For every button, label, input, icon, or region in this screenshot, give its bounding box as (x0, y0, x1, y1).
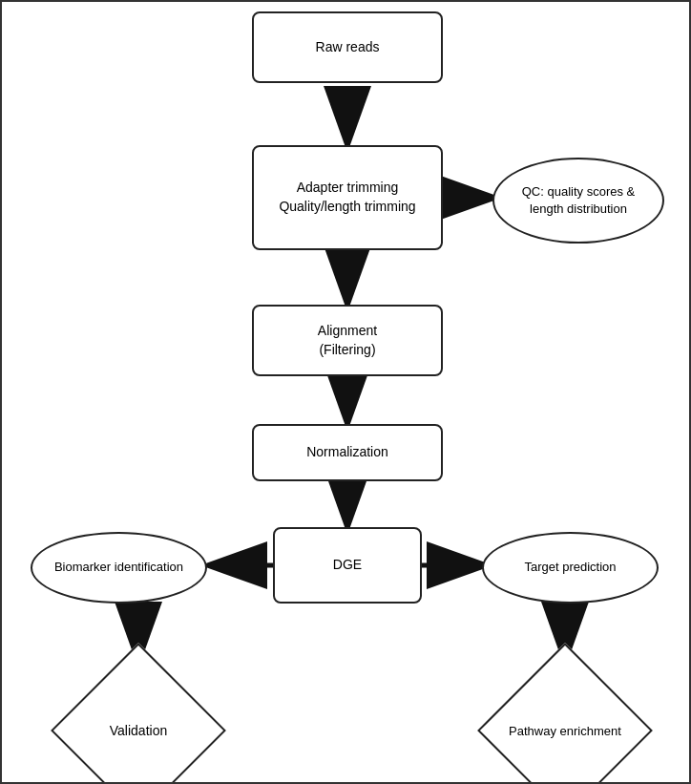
raw-reads-box: Raw reads (252, 11, 443, 83)
target-prediction-ellipse: Target prediction (482, 532, 659, 604)
pathway-enrichment-diamond-shape (477, 643, 653, 784)
qc-ellipse: QC: quality scores & length distribution (492, 158, 664, 244)
biomarker-label: Biomarker identification (54, 559, 183, 576)
raw-reads-label: Raw reads (316, 38, 380, 57)
adapter-trimming-label: Adapter trimming Quality/length trimming (279, 179, 415, 216)
validation-diamond-shape (51, 643, 226, 784)
alignment-label: Alignment (Filtering) (318, 322, 377, 359)
pathway-enrichment-diamond: Pathway enrichment (493, 659, 637, 784)
normalization-box: Normalization (252, 424, 443, 481)
alignment-box: Alignment (Filtering) (252, 305, 443, 376)
dge-label: DGE (333, 556, 362, 575)
biomarker-ellipse: Biomarker identification (31, 532, 207, 604)
flowchart: Raw reads Adapter trimming Quality/lengt… (2, 2, 691, 784)
validation-diamond: Validation (67, 659, 210, 784)
target-prediction-label: Target prediction (524, 559, 616, 576)
validation-label: Validation (110, 723, 167, 738)
dge-box: DGE (273, 527, 422, 604)
qc-label: QC: quality scores & length distribution (522, 183, 636, 218)
pathway-enrichment-label: Pathway enrichment (509, 724, 621, 738)
normalization-label: Normalization (306, 443, 388, 462)
adapter-trimming-box: Adapter trimming Quality/length trimming (252, 145, 443, 250)
